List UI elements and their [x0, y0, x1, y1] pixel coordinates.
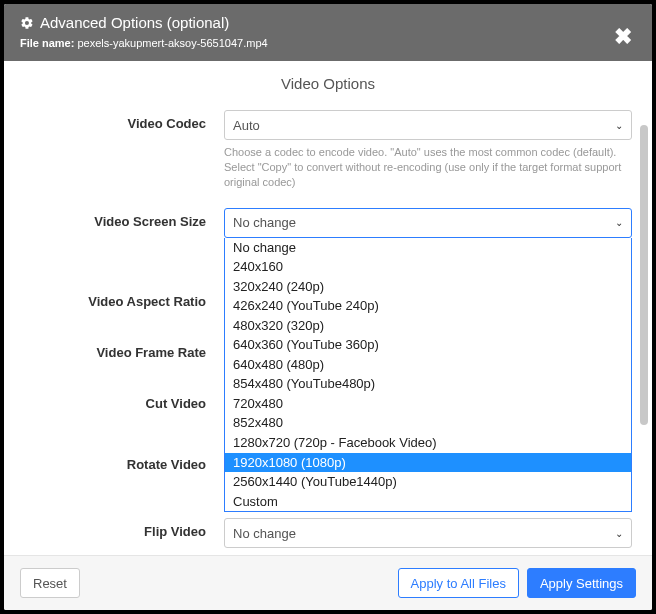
label-flip: Flip Video	[24, 518, 224, 539]
dropdown-screen-size: No change240x160320x240 (240p)426x240 (Y…	[224, 238, 632, 513]
dropdown-option[interactable]: 240x160	[225, 257, 631, 277]
advanced-options-modal: Advanced Options (optional) File name: p…	[4, 4, 652, 610]
row-video-codec: Video Codec Auto ⌄ Choose a codec to enc…	[24, 110, 632, 190]
filename-label: File name:	[20, 37, 74, 49]
dropdown-option[interactable]: 720x480	[225, 394, 631, 414]
dropdown-option[interactable]: 640x480 (480p)	[225, 355, 631, 375]
modal-header: Advanced Options (optional) File name: p…	[4, 4, 652, 61]
row-screen-size: Video Screen Size No change ⌄ No change2…	[24, 208, 632, 238]
dropdown-option[interactable]: 1280x720 (720p - Facebook Video)	[225, 433, 631, 453]
dropdown-option[interactable]: 852x480	[225, 413, 631, 433]
dropdown-option[interactable]: 426x240 (YouTube 240p)	[225, 296, 631, 316]
scrollbar-thumb[interactable]	[640, 125, 648, 425]
label-cut-video: Cut Video	[24, 390, 224, 411]
dropdown-option[interactable]: 480x320 (320p)	[225, 316, 631, 336]
select-video-codec[interactable]: Auto ⌄	[224, 110, 632, 140]
dropdown-option[interactable]: 1920x1080 (1080p)	[225, 453, 631, 473]
modal-body: Video Options Video Codec Auto ⌄ Choose …	[4, 61, 652, 555]
dropdown-option[interactable]: 320x240 (240p)	[225, 277, 631, 297]
label-aspect-ratio: Video Aspect Ratio	[24, 288, 224, 309]
dropdown-option[interactable]: 854x480 (YouTube480p)	[225, 374, 631, 394]
section-title: Video Options	[24, 61, 632, 110]
chevron-down-icon: ⌄	[615, 528, 623, 539]
label-rotate: Rotate Video	[24, 451, 224, 472]
modal-title: Advanced Options (optional)	[40, 14, 229, 31]
scrollbar[interactable]	[640, 125, 648, 425]
select-flip-value: No change	[233, 526, 296, 541]
close-icon[interactable]: ✖	[614, 24, 632, 50]
apply-all-button[interactable]: Apply to All Files	[398, 568, 519, 598]
label-frame-rate: Video Frame Rate	[24, 339, 224, 360]
dropdown-option[interactable]: 640x360 (YouTube 360p)	[225, 335, 631, 355]
gear-icon	[20, 16, 34, 30]
chevron-down-icon: ⌄	[615, 120, 623, 131]
select-video-codec-value: Auto	[233, 118, 260, 133]
reset-button[interactable]: Reset	[20, 568, 80, 598]
modal-title-row: Advanced Options (optional)	[20, 14, 636, 31]
label-screen-size: Video Screen Size	[24, 208, 224, 229]
select-screen-size-value: No change	[233, 215, 296, 230]
chevron-down-icon: ⌄	[615, 217, 623, 228]
row-flip: Flip Video No change ⌄	[24, 518, 632, 548]
dropdown-option[interactable]: No change	[225, 238, 631, 258]
help-video-codec: Choose a codec to encode video. "Auto" u…	[224, 145, 632, 190]
label-video-codec: Video Codec	[24, 110, 224, 131]
dropdown-option[interactable]: Custom	[225, 492, 631, 512]
dropdown-option[interactable]: 2560x1440 (YouTube1440p)	[225, 472, 631, 492]
filename-row: File name: pexels-yakupmert-aksoy-565104…	[20, 37, 636, 49]
apply-settings-button[interactable]: Apply Settings	[527, 568, 636, 598]
modal-footer: Reset Apply to All Files Apply Settings	[4, 555, 652, 610]
select-flip[interactable]: No change ⌄	[224, 518, 632, 548]
filename-value: pexels-yakupmert-aksoy-5651047.mp4	[77, 37, 267, 49]
select-screen-size[interactable]: No change ⌄	[224, 208, 632, 238]
